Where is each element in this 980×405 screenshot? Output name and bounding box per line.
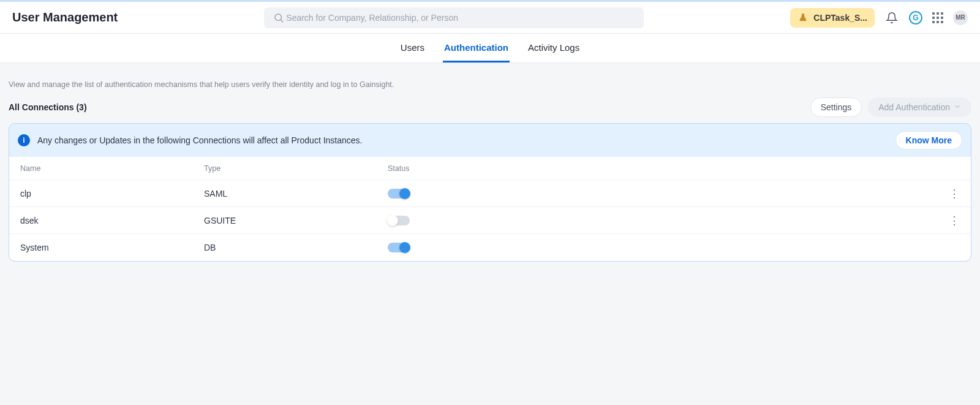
g-badge-icon[interactable]: G: [909, 11, 922, 25]
search-box[interactable]: [264, 7, 644, 28]
cell-status: [388, 189, 923, 199]
page-title: User Management: [12, 10, 118, 25]
top-bar: User Management CLPTask_S... G: [0, 2, 980, 34]
settings-button-label: Settings: [821, 102, 852, 112]
content: View and manage the list of authenticati…: [0, 63, 980, 280]
task-pill-label: CLPTask_S...: [813, 13, 867, 23]
table-row: dsek GSUITE ⋮: [9, 207, 971, 234]
settings-button[interactable]: Settings: [810, 97, 862, 117]
help-text: View and manage the list of authenticati…: [9, 72, 971, 93]
g-badge-label: G: [913, 13, 918, 22]
table-header: Name Type Status: [9, 157, 971, 180]
tab-activity-logs[interactable]: Activity Logs: [527, 34, 581, 62]
svg-point-0: [275, 14, 282, 21]
add-authentication-button[interactable]: Add Authentication: [868, 97, 971, 117]
status-toggle[interactable]: [388, 243, 410, 252]
status-toggle[interactable]: [388, 189, 410, 199]
svg-line-1: [281, 20, 283, 21]
table-row: clp SAML ⋮: [9, 180, 971, 207]
section-actions: Settings Add Authentication: [810, 97, 971, 117]
cell-type: SAML: [204, 189, 388, 199]
section-header: All Connections (3) Settings Add Authent…: [9, 93, 971, 123]
col-status: Status: [388, 164, 923, 173]
chevron-down-icon: [954, 102, 961, 112]
row-menu-button[interactable]: ⋮: [923, 188, 960, 199]
status-toggle[interactable]: [388, 216, 410, 225]
search-container: [264, 7, 644, 28]
cell-status: [388, 243, 923, 252]
cell-name: clp: [20, 189, 204, 199]
connections-table: Name Type Status clp SAML ⋮ dsek GSUITE: [9, 157, 971, 261]
tab-authentication[interactable]: Authentication: [443, 34, 510, 62]
section-title: All Connections (3): [9, 102, 87, 112]
search-input[interactable]: [286, 13, 636, 23]
tab-users[interactable]: Users: [399, 34, 426, 62]
avatar-initials: MR: [956, 14, 965, 21]
flask-icon: [797, 12, 809, 23]
info-icon-char: i: [23, 136, 24, 145]
info-icon: i: [18, 134, 30, 146]
cell-status: [388, 216, 923, 225]
info-banner-text: Any changes or Updates in the following …: [37, 135, 888, 145]
bell-icon[interactable]: [884, 10, 899, 25]
col-name: Name: [20, 164, 204, 173]
topbar-actions: CLPTask_S... G MR: [790, 8, 968, 28]
search-icon: [271, 10, 286, 25]
col-type: Type: [204, 164, 388, 173]
cell-type: GSUITE: [204, 216, 388, 225]
table-row: System DB: [9, 234, 971, 261]
cell-name: dsek: [20, 216, 204, 225]
row-menu-button[interactable]: ⋮: [923, 215, 960, 226]
sub-nav: Users Authentication Activity Logs: [0, 34, 980, 63]
connections-panel: i Any changes or Updates in the followin…: [9, 123, 971, 262]
task-pill[interactable]: CLPTask_S...: [790, 8, 875, 28]
avatar[interactable]: MR: [953, 10, 968, 25]
apps-icon[interactable]: [932, 12, 943, 23]
info-banner: i Any changes or Updates in the followin…: [9, 124, 971, 157]
cell-name: System: [20, 243, 204, 252]
cell-type: DB: [204, 243, 388, 252]
add-authentication-label: Add Authentication: [878, 102, 950, 112]
know-more-button[interactable]: Know More: [895, 131, 962, 150]
